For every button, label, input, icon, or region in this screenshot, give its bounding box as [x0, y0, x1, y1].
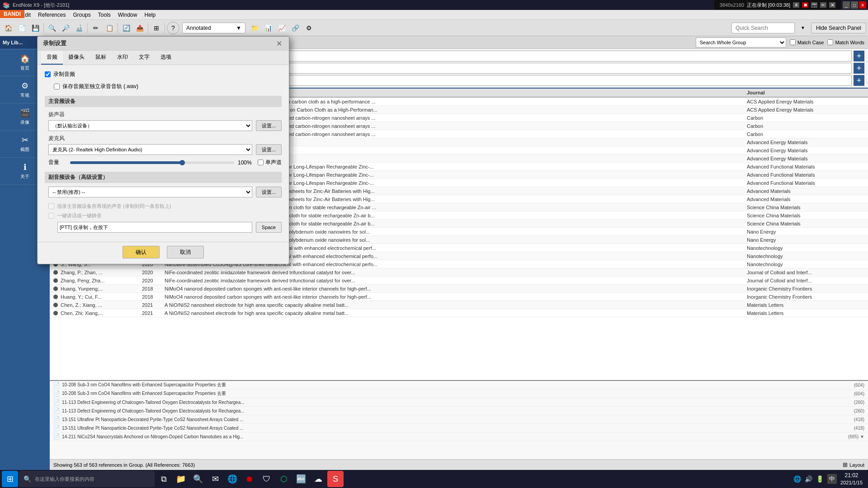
ime-icon[interactable]: 中: [827, 474, 837, 484]
tool-extra2[interactable]: 📊: [262, 22, 274, 34]
taskbar-time-date[interactable]: 21:02 2021/1/15: [840, 472, 863, 486]
bottom-list-item[interactable]: 📄 13-151 Ultrafine Pt Nanoparticle-Decor…: [50, 415, 868, 424]
group-dropdown[interactable]: Annotated ▼: [182, 23, 245, 33]
stop-btn[interactable]: ⏹: [802, 2, 808, 8]
col-journal-hdr[interactable]: Journal: [747, 90, 864, 95]
taskbar-translate[interactable]: 🔤: [293, 471, 309, 487]
tool-layout[interactable]: ⊞: [150, 22, 163, 34]
search-add-1[interactable]: +: [854, 51, 864, 61]
mono-label[interactable]: 单声道: [258, 159, 282, 166]
taskbar-media[interactable]: ⏺: [241, 471, 258, 487]
mono-checkbox[interactable]: [258, 160, 264, 165]
match-case-checkbox[interactable]: [790, 39, 796, 45]
volume-slider-container[interactable]: [70, 161, 234, 164]
table-row[interactable]: Huang, Yunpeng;... 2018 NiMoO4 nanorod d…: [50, 285, 868, 293]
dialog-tab-鼠标[interactable]: 鼠标: [90, 51, 112, 65]
dialog-close-btn[interactable]: ✕: [274, 39, 283, 48]
menu-references[interactable]: References: [34, 11, 69, 19]
tool-edit[interactable]: ✏: [90, 22, 102, 34]
menu-help[interactable]: Help: [141, 11, 159, 19]
tool-extra4[interactable]: 🔗: [289, 22, 302, 34]
taskbar-vpn[interactable]: 🛡: [259, 471, 275, 487]
start-btn[interactable]: ⊞: [2, 471, 18, 487]
menu-window[interactable]: Window: [114, 11, 141, 19]
tool-save[interactable]: 💾: [29, 22, 42, 34]
table-row[interactable]: Chen, Zhi; Xiang,... 2021 A NiO/NiS2 nan…: [50, 309, 868, 317]
tool-new[interactable]: 📄: [15, 22, 28, 34]
table-row[interactable]: Huang, Y.; Cui, F... 2018 NiMoO4 nanorod…: [50, 293, 868, 301]
match-words-label[interactable]: Match Words: [827, 39, 864, 45]
tool-format[interactable]: 📋: [103, 22, 116, 34]
ptt-label[interactable]: 一键讲话或一键静音: [48, 212, 282, 219]
search-taskbar-btn[interactable]: 🔍 在这里输入你要搜索的内容: [19, 471, 155, 487]
search-add-3[interactable]: +: [854, 75, 864, 86]
dialog-tab-音频[interactable]: 音频: [41, 51, 63, 65]
menu-tools[interactable]: Tools: [94, 11, 114, 19]
taskbar-search2[interactable]: 🔍: [190, 471, 206, 487]
ptt-input-field[interactable]: [57, 222, 252, 233]
speaker-select[interactable]: （默认输出设备）: [48, 120, 252, 131]
taskbar-s[interactable]: S: [327, 471, 344, 487]
search-options-btn[interactable]: ▼: [797, 23, 808, 33]
tool-sync[interactable]: 🔄: [120, 22, 132, 34]
search-whole-group-select[interactable]: Search Whole Group: [696, 38, 786, 47]
table-row[interactable]: Zhang, Peng; Zha... 2020 NiFe-coordinate…: [50, 277, 868, 285]
tool-search[interactable]: 🔍: [46, 22, 58, 34]
taskbar-cloud[interactable]: ☁: [310, 471, 326, 487]
hide-search-panel-btn[interactable]: Hide Search Panel: [811, 23, 866, 33]
table-row[interactable]: Chen, Z.; Xiang, ... 2021 A NiO/NiS2 nan…: [50, 301, 868, 309]
taskview-btn[interactable]: ⧉: [156, 471, 172, 487]
mix-main-checkbox[interactable]: [48, 203, 54, 209]
save-separate-label[interactable]: 保存音频至独立录音音轨 (.wav): [54, 83, 282, 90]
tool-extra3[interactable]: 📈: [275, 22, 288, 34]
record-audio-checkbox[interactable]: [45, 71, 51, 77]
close-btn[interactable]: ✕: [859, 1, 866, 9]
dialog-tab-文字[interactable]: 文字: [133, 51, 155, 65]
battery-icon[interactable]: 🔋: [816, 475, 824, 483]
mic-settings-btn[interactable]: 设置...: [256, 144, 282, 155]
pen-btn[interactable]: ✏: [820, 2, 826, 8]
tool-zoom[interactable]: 🔬: [73, 22, 85, 34]
record-audio-label[interactable]: 录制音频: [45, 70, 75, 78]
layout-btn[interactable]: ⊞ Layout: [843, 461, 864, 468]
sub-audio-settings-btn[interactable]: 设置...: [256, 187, 282, 197]
tool-share[interactable]: 📤: [133, 22, 146, 34]
quick-search-input[interactable]: [731, 23, 795, 33]
dialog-cancel-btn[interactable]: 取消: [167, 246, 204, 258]
tool-help[interactable]: ?: [167, 22, 179, 34]
tool-extra1[interactable]: 📁: [248, 22, 261, 34]
sub-audio-select[interactable]: -- 禁用(推荐) --: [48, 187, 252, 197]
mic-select[interactable]: 麦克风 (2- Realtek High Definition Audio): [48, 144, 252, 155]
tool-find[interactable]: 🔎: [59, 22, 72, 34]
dialog-tab-选项[interactable]: 选项: [155, 51, 177, 65]
maximize-btn[interactable]: □: [851, 1, 858, 9]
taskbar-chrome[interactable]: 🌐: [224, 471, 241, 487]
volume-taskbar-icon[interactable]: 🔊: [805, 475, 812, 483]
mix-main-label[interactable]: 混录主音频设备所再现的声音 (录制到同一条音轨上): [48, 203, 282, 210]
volume-thumb[interactable]: [179, 160, 185, 165]
menu-groups[interactable]: Groups: [69, 11, 94, 19]
table-row[interactable]: Zhang, P.; Zhan, ... 2020 NiFe-coordinat…: [50, 268, 868, 277]
camera-btn[interactable]: 📷: [811, 2, 817, 8]
close-recording-btn[interactable]: ✕: [829, 2, 835, 8]
bottom-list-item[interactable]: 📄 11-113 Defect Engineering of Chalcogen…: [50, 407, 868, 415]
match-case-label[interactable]: Match Case: [790, 39, 824, 45]
speaker-settings-btn[interactable]: 设置...: [256, 120, 282, 131]
taskbar-mail[interactable]: ✉: [207, 471, 223, 487]
match-words-checkbox[interactable]: [827, 39, 833, 45]
tool-extra5[interactable]: ⚙: [302, 22, 315, 34]
network-icon[interactable]: 🌐: [793, 475, 801, 483]
ptt-checkbox[interactable]: [48, 213, 54, 219]
bottom-list-item[interactable]: 📄 11-113 Defect Engineering of Chalcogen…: [50, 398, 868, 407]
save-separate-checkbox[interactable]: [54, 84, 60, 89]
taskbar-explorer[interactable]: 📁: [173, 471, 189, 487]
bottom-list-item[interactable]: 📄 13-151 Ultrafine Pt Nanoparticle-Decor…: [50, 424, 868, 432]
tool-home[interactable]: 🏠: [2, 22, 14, 34]
dialog-tab-水印[interactable]: 水印: [112, 51, 133, 65]
pause-btn[interactable]: ⏸: [793, 2, 799, 8]
minimize-btn[interactable]: _: [843, 1, 850, 9]
search-add-2[interactable]: +: [854, 63, 864, 74]
bottom-list-item[interactable]: 📄 14-211 NiCo2S4 Nanocrystals Anchored o…: [50, 432, 868, 441]
dialog-tab-摄像头[interactable]: 摄像头: [63, 51, 90, 65]
dialog-ok-btn[interactable]: 确认: [123, 246, 160, 258]
